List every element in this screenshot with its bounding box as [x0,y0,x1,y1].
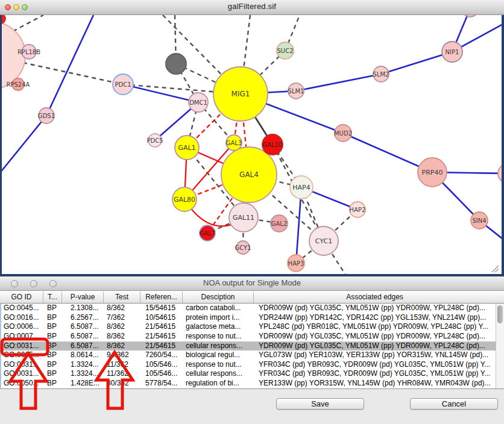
table-header-row: GO IDT...P-valueTestReferen...Desciption… [0,291,504,304]
table-cell: regulation of bi... [184,379,255,388]
table-cell: cellular respons... [184,341,255,351]
table-cell: 6.5087... [63,332,105,341]
network-graph: MIG1GAL4RPL18BRPS24AGDS1PDC1DMC1SUC2SLM1… [0,15,504,276]
table-cell: 6.2567... [63,313,105,323]
table-cell: BP [45,351,63,360]
table-row[interactable]: GO:0006...BP6.5087...8/36221/54615galact… [1,322,504,332]
node-GAL3[interactable]: GAL3 [226,135,242,151]
node-label-PDC1: PDC1 [115,81,131,88]
column-header-p-value[interactable]: P-value [62,292,104,303]
table-cell: response to nut... [184,332,255,341]
table-cell: YPL248C (pd) YBR018C, YML051W (pp) YDR00… [255,322,497,332]
node-label-HAP2: HAP2 [350,207,366,213]
node-label-HAP3: HAP3 [288,260,304,267]
node-GCY1[interactable]: GCY1 [235,241,251,254]
network-canvas[interactable]: MIG1GAL4RPL18BRPS24AGDS1PDC1DMC1SUC2SLM1… [0,15,504,276]
node-GAL7[interactable]: GAL7 [200,225,216,241]
table-cell: BP [45,332,63,341]
node-SUC2[interactable]: SUC2 [277,42,294,59]
table-cell: GO:0007... [1,332,45,341]
table-cell: YFR034C (pd) YBR093C, YDR009W (pd) YGL03… [255,369,497,379]
table-cell: GO:0065... [1,351,45,360]
node-GAL80[interactable]: GAL80 [172,187,197,211]
node-GAL1[interactable]: GAL1 [175,136,199,160]
node-GAL4[interactable]: GAL4 [221,147,277,202]
node-label-RPS24A: RPS24A [7,81,30,88]
node-GAL11[interactable]: GAL11 [229,203,258,232]
table-cell: 15/54615 [142,304,184,313]
node-PDC1[interactable]: PDC1 [113,74,133,95]
table-cell: YDR009W (pd) YGL035C, YML051W (pp) YDR00… [255,341,497,351]
table-cell: 8/362 [105,322,142,332]
node-SIN4[interactable]: SIN4 [471,212,488,229]
column-header-t-[interactable]: T... [43,292,62,303]
node-GAL10[interactable]: GAL10 [262,134,283,155]
node-unnamed-gray[interactable] [166,54,186,74]
node-label-MUD2: MUD2 [334,130,352,137]
resize-handle-icon[interactable] [490,264,499,272]
node-MS-clipped[interactable]: MS [498,164,504,183]
node-HAP4[interactable]: HAP4 [290,176,313,199]
table-cell: 105/546... [142,369,184,379]
column-header-desciption[interactable]: Desciption [183,292,254,303]
node-HAP2[interactable]: HAP2 [350,202,366,217]
table-cell: biological regul... [184,351,255,360]
node-MUD2[interactable]: MUD2 [334,125,352,142]
table-row[interactable]: GO:0031...BP1.3324...11/362105/546...cel… [1,369,504,379]
table-cell: BP [45,304,63,313]
vertical-scrollbar[interactable] [496,304,504,388]
table-cell: protein import i... [184,313,255,323]
table-cell: YFR034C (pd) YBR093C, YDR009W (pd) YGL03… [255,360,497,370]
node-SLM2[interactable]: SLM2 [373,66,389,82]
scrollbar-thumb[interactable] [497,305,503,323]
node-DMC1[interactable]: DMC1 [189,93,208,112]
screen: { "network_window": { "title": "galFilte… [0,0,504,424]
column-header-go-id[interactable]: GO ID [0,292,43,303]
table-row[interactable]: GO:0031...BP1.3324...11/362105/546...res… [1,360,504,370]
table-cell: response to nut... [184,360,255,370]
node-GDS1[interactable]: GDS1 [38,108,55,123]
table-row[interactable]: GO:0031...BP6.5087...8/36221/54615cellul… [1,341,504,351]
table-cell: BP [45,360,63,370]
table-cell: GO:0031... [1,341,45,351]
table-row[interactable]: GO:0050...BP1.428E...80/3625778/54...reg… [1,379,504,388]
node-PRP40[interactable]: PRP40 [418,158,447,187]
table-cell: 21/54615 [142,322,184,332]
node-HAP3[interactable]: HAP3 [288,255,304,272]
node-MIG1[interactable]: MIG1 [213,67,268,121]
column-header-referen-[interactable]: Referen... [140,292,183,303]
node-GAL2[interactable]: GAL2 [271,215,288,232]
graph-edge [123,84,198,102]
table-cell: galactose meta... [184,322,255,332]
node-SLM1[interactable]: SLM1 [288,83,304,99]
noa-window: NOA output for Single Mode GO IDT...P-va… [0,276,504,424]
node-label-CYC1: CYC1 [315,237,332,245]
node-label-GAL1: GAL1 [178,144,195,152]
column-header-associated-edges[interactable]: Associated edges [254,292,496,303]
node-label-NIP1: NIP1 [446,49,459,55]
table-cell: 2.1308... [63,304,105,313]
table-cell: 8/362 [105,304,142,313]
node-label-GAL2: GAL2 [271,220,288,227]
graph-edge [296,74,381,91]
table-cell: GO:0031... [1,360,45,370]
node-label-GCY1: GCY1 [235,245,251,251]
node-label-SLM2: SLM2 [373,71,389,78]
table-row[interactable]: GO:0016...BP6.2567...7/36210/54615protei… [1,313,504,323]
cancel-button[interactable]: Cancel [410,398,498,410]
table-row[interactable]: GO:0007...BP6.5087...8/36221/54615respon… [1,332,504,341]
table-cell: 7260/54... [142,351,184,360]
table-row[interactable]: GO:0065...BP8.0614...94/3627260/54...bio… [1,351,504,360]
table-body: GO:0045...BP2.1308...8/36215/54615carbon… [1,304,504,388]
table-cell: 11/362 [105,369,142,379]
table-row[interactable]: GO:0045...BP2.1308...8/36215/54615carbon… [1,304,504,313]
node-NIP1[interactable]: NIP1 [442,42,462,62]
node-unnamed-topright[interactable] [462,15,479,17]
node-red-fragment-topleft[interactable] [0,15,5,23]
node-label-HAP4: HAP4 [292,184,310,192]
node-CYC1[interactable]: CYC1 [309,226,338,255]
noa-titlebar: NOA output for Single Mode [0,276,504,291]
save-button[interactable]: Save [276,398,364,410]
graph-edge [46,15,93,116]
column-header-test[interactable]: Test [104,292,140,303]
